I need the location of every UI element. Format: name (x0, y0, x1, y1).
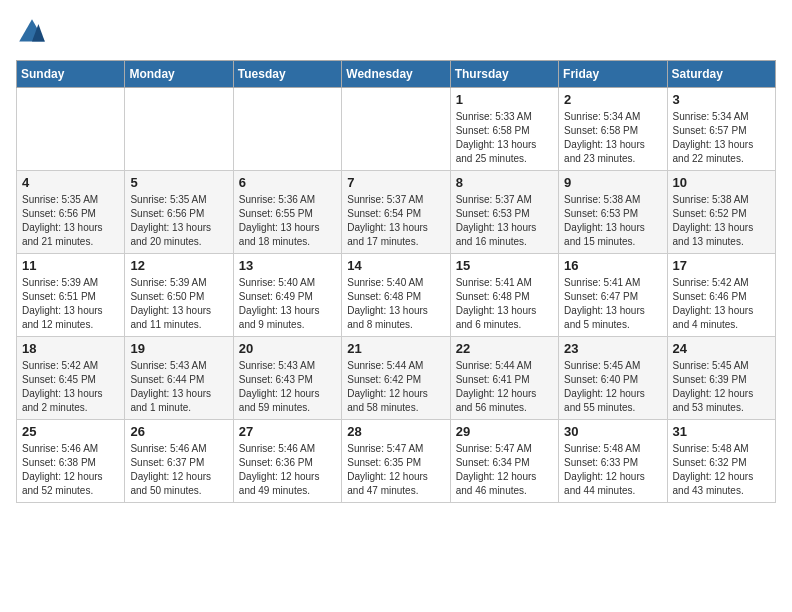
day-cell: 12Sunrise: 5:39 AM Sunset: 6:50 PM Dayli… (125, 254, 233, 337)
day-number: 28 (347, 424, 444, 439)
day-cell: 5Sunrise: 5:35 AM Sunset: 6:56 PM Daylig… (125, 171, 233, 254)
calendar-body: 1Sunrise: 5:33 AM Sunset: 6:58 PM Daylig… (17, 88, 776, 503)
day-number: 22 (456, 341, 553, 356)
day-cell: 10Sunrise: 5:38 AM Sunset: 6:52 PM Dayli… (667, 171, 775, 254)
day-number: 6 (239, 175, 336, 190)
day-number: 15 (456, 258, 553, 273)
day-info: Sunrise: 5:43 AM Sunset: 6:43 PM Dayligh… (239, 359, 336, 415)
day-header-tuesday: Tuesday (233, 61, 341, 88)
day-number: 19 (130, 341, 227, 356)
day-header-friday: Friday (559, 61, 667, 88)
day-cell: 21Sunrise: 5:44 AM Sunset: 6:42 PM Dayli… (342, 337, 450, 420)
day-info: Sunrise: 5:47 AM Sunset: 6:35 PM Dayligh… (347, 442, 444, 498)
day-cell: 4Sunrise: 5:35 AM Sunset: 6:56 PM Daylig… (17, 171, 125, 254)
day-cell: 7Sunrise: 5:37 AM Sunset: 6:54 PM Daylig… (342, 171, 450, 254)
day-info: Sunrise: 5:33 AM Sunset: 6:58 PM Dayligh… (456, 110, 553, 166)
header-row: SundayMondayTuesdayWednesdayThursdayFrid… (17, 61, 776, 88)
week-row-3: 11Sunrise: 5:39 AM Sunset: 6:51 PM Dayli… (17, 254, 776, 337)
day-cell: 2Sunrise: 5:34 AM Sunset: 6:58 PM Daylig… (559, 88, 667, 171)
day-number: 25 (22, 424, 119, 439)
day-number: 24 (673, 341, 770, 356)
day-cell: 19Sunrise: 5:43 AM Sunset: 6:44 PM Dayli… (125, 337, 233, 420)
day-number: 17 (673, 258, 770, 273)
logo-icon (16, 16, 48, 48)
day-info: Sunrise: 5:44 AM Sunset: 6:42 PM Dayligh… (347, 359, 444, 415)
day-number: 3 (673, 92, 770, 107)
day-cell: 23Sunrise: 5:45 AM Sunset: 6:40 PM Dayli… (559, 337, 667, 420)
day-cell: 8Sunrise: 5:37 AM Sunset: 6:53 PM Daylig… (450, 171, 558, 254)
day-header-wednesday: Wednesday (342, 61, 450, 88)
day-info: Sunrise: 5:46 AM Sunset: 6:37 PM Dayligh… (130, 442, 227, 498)
day-info: Sunrise: 5:36 AM Sunset: 6:55 PM Dayligh… (239, 193, 336, 249)
day-info: Sunrise: 5:46 AM Sunset: 6:38 PM Dayligh… (22, 442, 119, 498)
day-number: 30 (564, 424, 661, 439)
day-cell: 6Sunrise: 5:36 AM Sunset: 6:55 PM Daylig… (233, 171, 341, 254)
day-info: Sunrise: 5:42 AM Sunset: 6:45 PM Dayligh… (22, 359, 119, 415)
day-info: Sunrise: 5:39 AM Sunset: 6:50 PM Dayligh… (130, 276, 227, 332)
day-info: Sunrise: 5:41 AM Sunset: 6:47 PM Dayligh… (564, 276, 661, 332)
day-info: Sunrise: 5:42 AM Sunset: 6:46 PM Dayligh… (673, 276, 770, 332)
logo (16, 16, 52, 48)
day-cell: 28Sunrise: 5:47 AM Sunset: 6:35 PM Dayli… (342, 420, 450, 503)
day-info: Sunrise: 5:40 AM Sunset: 6:48 PM Dayligh… (347, 276, 444, 332)
day-number: 16 (564, 258, 661, 273)
day-header-sunday: Sunday (17, 61, 125, 88)
day-cell (342, 88, 450, 171)
day-info: Sunrise: 5:48 AM Sunset: 6:32 PM Dayligh… (673, 442, 770, 498)
day-cell: 13Sunrise: 5:40 AM Sunset: 6:49 PM Dayli… (233, 254, 341, 337)
day-info: Sunrise: 5:46 AM Sunset: 6:36 PM Dayligh… (239, 442, 336, 498)
day-info: Sunrise: 5:37 AM Sunset: 6:54 PM Dayligh… (347, 193, 444, 249)
day-cell: 9Sunrise: 5:38 AM Sunset: 6:53 PM Daylig… (559, 171, 667, 254)
day-cell: 31Sunrise: 5:48 AM Sunset: 6:32 PM Dayli… (667, 420, 775, 503)
day-number: 13 (239, 258, 336, 273)
day-info: Sunrise: 5:44 AM Sunset: 6:41 PM Dayligh… (456, 359, 553, 415)
day-cell: 20Sunrise: 5:43 AM Sunset: 6:43 PM Dayli… (233, 337, 341, 420)
day-number: 31 (673, 424, 770, 439)
header (16, 16, 776, 48)
day-cell: 25Sunrise: 5:46 AM Sunset: 6:38 PM Dayli… (17, 420, 125, 503)
day-info: Sunrise: 5:45 AM Sunset: 6:40 PM Dayligh… (564, 359, 661, 415)
day-number: 29 (456, 424, 553, 439)
day-cell: 14Sunrise: 5:40 AM Sunset: 6:48 PM Dayli… (342, 254, 450, 337)
day-number: 20 (239, 341, 336, 356)
day-info: Sunrise: 5:35 AM Sunset: 6:56 PM Dayligh… (22, 193, 119, 249)
day-cell: 11Sunrise: 5:39 AM Sunset: 6:51 PM Dayli… (17, 254, 125, 337)
day-number: 23 (564, 341, 661, 356)
day-cell: 24Sunrise: 5:45 AM Sunset: 6:39 PM Dayli… (667, 337, 775, 420)
day-number: 9 (564, 175, 661, 190)
day-header-monday: Monday (125, 61, 233, 88)
day-info: Sunrise: 5:40 AM Sunset: 6:49 PM Dayligh… (239, 276, 336, 332)
calendar-header: SundayMondayTuesdayWednesdayThursdayFrid… (17, 61, 776, 88)
day-number: 14 (347, 258, 444, 273)
calendar: SundayMondayTuesdayWednesdayThursdayFrid… (16, 60, 776, 503)
day-number: 11 (22, 258, 119, 273)
day-cell: 3Sunrise: 5:34 AM Sunset: 6:57 PM Daylig… (667, 88, 775, 171)
day-header-thursday: Thursday (450, 61, 558, 88)
week-row-2: 4Sunrise: 5:35 AM Sunset: 6:56 PM Daylig… (17, 171, 776, 254)
day-number: 21 (347, 341, 444, 356)
day-number: 7 (347, 175, 444, 190)
day-cell: 26Sunrise: 5:46 AM Sunset: 6:37 PM Dayli… (125, 420, 233, 503)
day-info: Sunrise: 5:39 AM Sunset: 6:51 PM Dayligh… (22, 276, 119, 332)
day-cell: 16Sunrise: 5:41 AM Sunset: 6:47 PM Dayli… (559, 254, 667, 337)
day-cell: 18Sunrise: 5:42 AM Sunset: 6:45 PM Dayli… (17, 337, 125, 420)
day-cell (125, 88, 233, 171)
day-info: Sunrise: 5:41 AM Sunset: 6:48 PM Dayligh… (456, 276, 553, 332)
day-cell: 29Sunrise: 5:47 AM Sunset: 6:34 PM Dayli… (450, 420, 558, 503)
day-cell (17, 88, 125, 171)
day-number: 1 (456, 92, 553, 107)
day-number: 5 (130, 175, 227, 190)
day-cell: 27Sunrise: 5:46 AM Sunset: 6:36 PM Dayli… (233, 420, 341, 503)
day-number: 10 (673, 175, 770, 190)
day-number: 26 (130, 424, 227, 439)
day-cell: 17Sunrise: 5:42 AM Sunset: 6:46 PM Dayli… (667, 254, 775, 337)
day-cell (233, 88, 341, 171)
day-info: Sunrise: 5:47 AM Sunset: 6:34 PM Dayligh… (456, 442, 553, 498)
day-number: 12 (130, 258, 227, 273)
day-number: 8 (456, 175, 553, 190)
day-info: Sunrise: 5:34 AM Sunset: 6:58 PM Dayligh… (564, 110, 661, 166)
day-cell: 1Sunrise: 5:33 AM Sunset: 6:58 PM Daylig… (450, 88, 558, 171)
day-info: Sunrise: 5:45 AM Sunset: 6:39 PM Dayligh… (673, 359, 770, 415)
day-info: Sunrise: 5:35 AM Sunset: 6:56 PM Dayligh… (130, 193, 227, 249)
day-info: Sunrise: 5:38 AM Sunset: 6:53 PM Dayligh… (564, 193, 661, 249)
